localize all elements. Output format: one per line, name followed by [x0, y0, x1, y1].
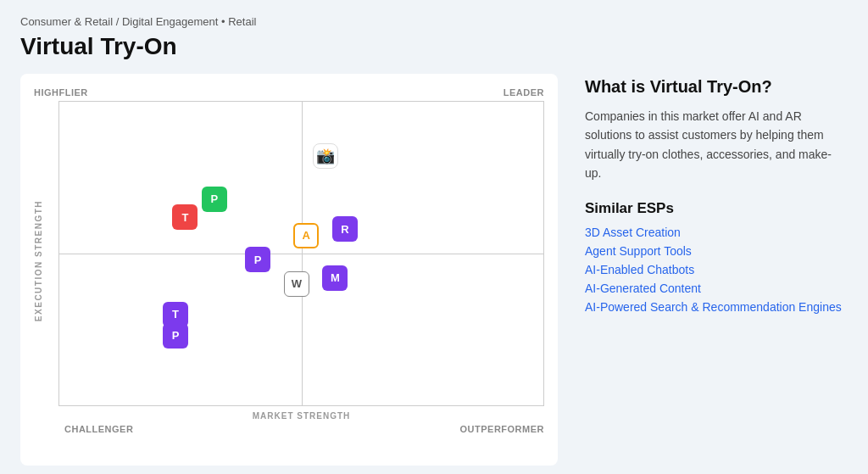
- dot-r-purple[interactable]: R: [332, 216, 358, 242]
- esp-link-item[interactable]: 3D Asset Creation: [585, 226, 848, 239]
- chart-area: HIGHFLIER LEADER EXECUTION STRENGTH 📸 P: [20, 74, 558, 466]
- info-heading: What is Virtual Try-On?: [585, 77, 848, 97]
- highflier-label: HIGHFLIER: [34, 87, 88, 98]
- esp-link-item[interactable]: AI-Generated Content: [585, 282, 848, 295]
- similar-esps-heading: Similar ESPs: [585, 200, 848, 217]
- page-title: Virtual Try-On: [20, 33, 848, 60]
- dot-t-red[interactable]: T: [172, 204, 198, 230]
- esp-link-item[interactable]: AI-Powered Search & Recommendation Engin…: [585, 300, 848, 314]
- esp-link-item[interactable]: AI-Enabled Chatbots: [585, 263, 848, 276]
- dot-m-purple[interactable]: M: [322, 265, 348, 291]
- x-axis-label: MARKET STRENGTH: [58, 411, 544, 421]
- dot-p-green[interactable]: P: [202, 187, 227, 212]
- info-description: Companies in this market offer AI and AR…: [585, 107, 848, 183]
- y-axis-label: EXECUTION STRENGTH: [34, 200, 43, 321]
- dot-p-purple-mid[interactable]: P: [245, 247, 270, 272]
- breadcrumb: Consumer & Retail / Digital Engagement •…: [20, 15, 848, 28]
- info-panel: What is Virtual Try-On? Companies in thi…: [585, 74, 848, 466]
- outperformer-label: OUTPERFORMER: [460, 424, 545, 434]
- v-divider: [302, 102, 303, 405]
- esp-link-item[interactable]: Agent Support Tools: [585, 244, 848, 258]
- dot-a-yellow[interactable]: A: [293, 223, 319, 248]
- leader-label: LEADER: [504, 87, 544, 98]
- esp-links-list: 3D Asset CreationAgent Support ToolsAI-E…: [585, 226, 848, 314]
- dot-p-purple-bottom[interactable]: P: [163, 323, 188, 349]
- dot-w-outline[interactable]: W: [284, 271, 309, 297]
- challenger-label: CHALLENGER: [64, 424, 133, 434]
- dot-camera[interactable]: 📸: [313, 143, 338, 169]
- quadrant-grid: 📸 P T A R P W M T: [58, 101, 544, 406]
